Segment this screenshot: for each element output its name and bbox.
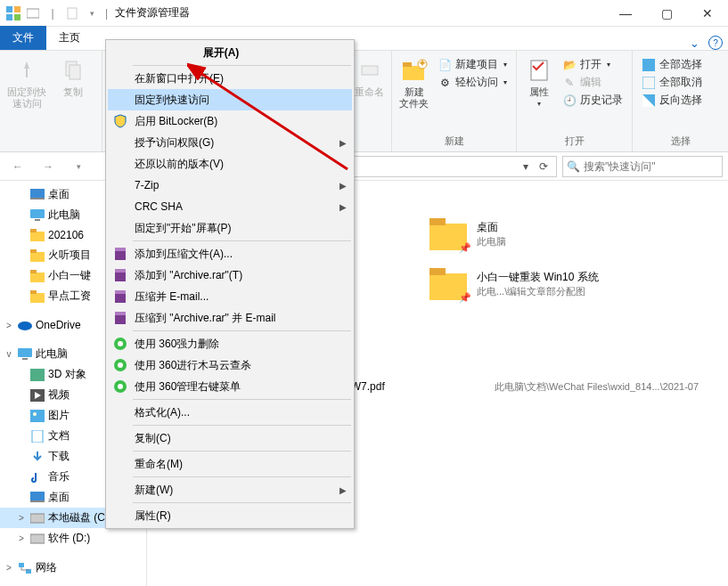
recent-button[interactable]: ▾ xyxy=(66,156,91,177)
address-dropdown-icon[interactable]: ▾ xyxy=(517,160,535,173)
new-item-button[interactable]: 📄新建项目▾ xyxy=(434,56,511,73)
folder-tile[interactable]: 📌桌面此电脑 xyxy=(425,215,657,254)
svg-rect-40 xyxy=(30,534,45,543)
submenu-arrow-icon: ▶ xyxy=(339,202,347,212)
new-folder-button[interactable]: ✦ 新建 文件夹 xyxy=(397,56,430,110)
history-icon: 🕘 xyxy=(562,94,577,108)
rename-button[interactable]: 重命名 xyxy=(353,56,386,98)
menu-item-label: 7-Zip xyxy=(135,179,159,191)
tree-item-label: OneDrive xyxy=(36,319,81,331)
qat-item-icon[interactable] xyxy=(64,5,80,21)
menu-item[interactable]: 固定到"开始"屏幕(P) xyxy=(108,217,352,239)
group-label: 新建 xyxy=(397,133,511,150)
back-button[interactable]: ← xyxy=(5,156,30,177)
folder-icon: 📌 xyxy=(427,216,470,252)
menu-item-label: 固定到快速访问 xyxy=(135,93,209,108)
menu-item[interactable]: 使用 360进行木马云查杀 xyxy=(108,354,352,376)
menu-item-label: 压缩到 "Archive.rar" 并 E-mail xyxy=(135,311,276,326)
svg-text:✦: ✦ xyxy=(418,59,427,69)
svg-rect-8 xyxy=(362,66,378,75)
tree-item-label: 桌面 xyxy=(48,187,70,202)
svg-rect-22 xyxy=(30,252,45,262)
help-icon[interactable]: ? xyxy=(708,36,723,50)
maximize-button[interactable]: ▢ xyxy=(646,0,687,27)
menu-item[interactable]: 固定到快速访问 xyxy=(108,89,352,110)
tree-item[interactable]: >软件 (D:) xyxy=(0,528,146,549)
pin-to-quick-access-button[interactable]: 固定到快 速访问 xyxy=(5,56,48,110)
svg-rect-36 xyxy=(32,430,43,443)
copy-icon xyxy=(59,56,87,85)
quick-access-toolbar: | ▾ xyxy=(0,5,100,21)
menu-item[interactable]: 复制(C) xyxy=(108,427,352,449)
tree-item-label: 桌面 xyxy=(48,490,70,505)
group-label: 打开 xyxy=(522,133,626,150)
chevron-icon[interactable]: > xyxy=(4,321,14,330)
group-label xyxy=(5,135,96,150)
menu-item[interactable]: 使用 360强力删除 xyxy=(108,333,352,354)
folder-tile[interactable]: 📌小白一键重装 Win10 系统此电...\编辑文章部分配图 xyxy=(425,265,657,304)
submenu-arrow-icon: ▶ xyxy=(339,485,347,495)
search-box[interactable]: 🔍 xyxy=(562,156,723,177)
menu-item[interactable]: 压缩到 "Archive.rar" 并 E-mail xyxy=(108,307,352,329)
pc-icon xyxy=(30,208,45,223)
open-button[interactable]: 📂打开▾ xyxy=(559,56,626,73)
chevron-icon[interactable]: v xyxy=(4,349,14,359)
search-input[interactable] xyxy=(584,160,718,173)
chevron-icon[interactable]: > xyxy=(4,563,14,573)
tree-item-label: 此电脑 xyxy=(36,346,68,362)
menu-item[interactable]: 启用 BitLocker(B) xyxy=(108,110,352,132)
menu-item[interactable]: CRC SHA▶ xyxy=(108,196,352,217)
invert-selection-button[interactable]: 反向选择 xyxy=(638,92,706,109)
menu-item[interactable]: 属性(R) xyxy=(108,505,352,526)
select-all-button[interactable]: 全部选择 xyxy=(638,56,706,73)
svg-rect-23 xyxy=(30,249,37,253)
menu-item[interactable]: 展开(A) xyxy=(108,42,352,63)
expand-ribbon-icon[interactable]: ⌄ xyxy=(690,37,699,50)
svg-rect-21 xyxy=(30,229,37,232)
menu-item[interactable]: 在新窗口中打开(E) xyxy=(108,68,352,89)
qat-item-icon[interactable] xyxy=(25,5,41,21)
properties-button[interactable]: 属性 ▾ xyxy=(522,56,555,108)
chevron-icon[interactable]: > xyxy=(16,513,27,523)
tab-home[interactable]: 主页 xyxy=(46,26,93,50)
forward-button[interactable]: → xyxy=(36,156,61,177)
history-button[interactable]: 🕘历史记录 xyxy=(559,92,626,109)
menu-item-label: 授予访问权限(G) xyxy=(135,135,214,151)
menu-item[interactable]: 新建(W)▶ xyxy=(108,479,352,501)
menu-item[interactable]: 使用 360管理右键菜单 xyxy=(108,376,352,397)
edit-button[interactable]: ✎编辑 xyxy=(559,74,626,91)
svg-point-62 xyxy=(118,341,123,346)
svg-rect-26 xyxy=(30,293,45,303)
svg-rect-38 xyxy=(30,501,45,502)
menu-item[interactable]: 添加到压缩文件(A)... xyxy=(108,243,352,265)
copy-button[interactable]: 复制 xyxy=(52,56,94,98)
menu-item[interactable]: 添加到 "Archive.rar"(T) xyxy=(108,265,352,286)
qat-dropdown-icon[interactable]: ▾ xyxy=(84,5,100,21)
easy-access-button[interactable]: ⚙轻松访问▾ xyxy=(434,74,511,91)
menu-item[interactable]: 重命名(M) xyxy=(108,453,352,475)
pc-icon xyxy=(18,347,32,362)
svg-rect-30 xyxy=(22,358,28,360)
svg-rect-56 xyxy=(115,269,126,273)
menu-item[interactable]: 授予访问权限(G)▶ xyxy=(108,132,352,153)
minimize-button[interactable]: — xyxy=(605,0,646,27)
close-button[interactable]: ✕ xyxy=(687,0,728,27)
tree-item-label: 视频 xyxy=(48,387,70,403)
tree-item[interactable]: >网络 xyxy=(0,558,146,578)
refresh-button[interactable]: ⟳ xyxy=(535,160,552,173)
menu-item[interactable]: 7-Zip▶ xyxy=(108,175,352,196)
tree-item-label: 下载 xyxy=(48,449,70,464)
menu-item[interactable]: 压缩并 E-mail... xyxy=(108,286,352,307)
select-none-button[interactable]: 全部取消 xyxy=(638,74,706,91)
menu-item[interactable]: 还原以前的版本(V) xyxy=(108,153,352,175)
svg-rect-10 xyxy=(403,62,412,67)
svg-rect-24 xyxy=(30,273,45,282)
tab-file[interactable]: 文件 xyxy=(0,26,46,50)
folder-icon: 📌 xyxy=(427,266,470,302)
menu-item[interactable]: 格式化(A)... xyxy=(108,402,352,423)
net-icon xyxy=(18,561,32,575)
shield-icon xyxy=(111,112,129,130)
chevron-icon[interactable]: > xyxy=(16,533,27,543)
doc-icon xyxy=(30,429,45,444)
tree-item-label: 音乐 xyxy=(48,469,70,484)
